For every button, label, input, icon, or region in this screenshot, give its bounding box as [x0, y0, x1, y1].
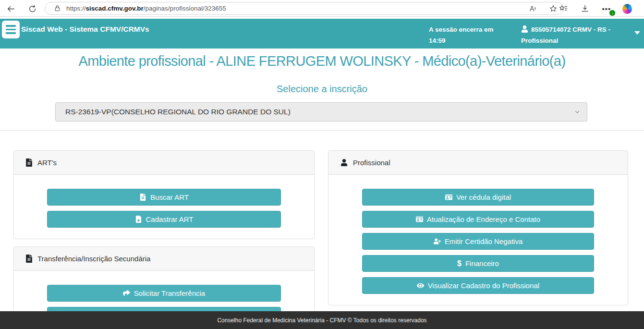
hamburger-icon	[6, 25, 16, 26]
footer: Conselho Federal de Medicina Veterinária…	[0, 311, 644, 329]
toolbar-right-icons: ••• ↑	[558, 3, 644, 14]
dollar-icon: $	[457, 259, 462, 268]
user-menu[interactable]: 85505714072 CRMV - RS - Profissional	[521, 24, 617, 46]
menu-button[interactable]	[2, 21, 20, 38]
copilot-icon	[622, 4, 632, 14]
back-icon	[6, 4, 15, 13]
panel-title: Transferência/Inscrição Secundária	[37, 255, 150, 263]
visualizar-cadastro-button[interactable]: Visualizar Cadastro do Profissional	[362, 277, 594, 294]
session-label: A sessão encerra em	[429, 24, 501, 35]
collections-button[interactable]	[558, 3, 569, 14]
favorite-button[interactable]	[548, 4, 558, 13]
app-title: Siscad Web - Sistema CFMV/CRMVs	[21, 25, 149, 34]
back-button[interactable]	[5, 3, 16, 14]
page-title: Ambiente profissional - ALINE FERRUGEM W…	[0, 53, 644, 69]
solicitar-transferencia-button[interactable]: Solicitar Transferência	[47, 285, 281, 302]
button-label: Cadastrar ART	[146, 215, 194, 223]
atualizacao-endereco-button[interactable]: Atualização de Endereço e Contato	[362, 211, 594, 228]
refresh-icon	[28, 4, 37, 13]
url-text: https://siscad.cfmv.gov.br/paginas/profi…	[66, 5, 226, 12]
id-card-icon	[445, 194, 452, 201]
eye-icon	[417, 282, 424, 289]
file-icon	[26, 255, 32, 263]
url-path: /paginas/profissional/323655	[144, 5, 226, 12]
chevron-down-icon[interactable]	[634, 31, 640, 35]
user-label: 85505714072 CRMV - RS - Profissional	[521, 26, 610, 44]
update-badge: ↑	[609, 10, 616, 16]
share-icon	[123, 290, 130, 297]
downloads-button[interactable]	[579, 3, 591, 14]
file-plus-icon	[135, 216, 142, 223]
session-timer: A sessão encerra em 14:59	[429, 24, 501, 46]
read-aloud-icon	[529, 4, 537, 13]
panel-profissional-body: Ver cédula digital Atualização de Endere…	[328, 175, 628, 305]
panel-arts-header: ART's	[14, 151, 314, 175]
browser-toolbar: https://siscad.cfmv.gov.br/paginas/profi…	[0, 0, 644, 17]
user-plus-icon	[434, 238, 441, 245]
copilot-button[interactable]	[622, 3, 634, 14]
user-icon	[521, 25, 528, 33]
refresh-button[interactable]	[27, 3, 37, 14]
panel-arts: ART's Buscar ART Cadastrar ART	[13, 150, 315, 239]
panel-profissional-header: Profissional	[328, 151, 628, 175]
app-header: Siscad Web - Sistema CFMV/CRMVs A sessão…	[0, 19, 644, 49]
select-chevron-down-icon	[574, 109, 580, 115]
favorite-star-icon	[549, 4, 558, 13]
cadastrar-art-button[interactable]: Cadastrar ART	[47, 211, 281, 228]
page-subtitle: Selecione a inscrição	[0, 84, 644, 95]
footer-text: Conselho Federal de Medicina Veterinária…	[217, 317, 426, 324]
registration-select[interactable]: RS-23619-VP(CONSELHO REGIONAL DO RIO GRA…	[55, 102, 587, 122]
emitir-certidao-negativa-button[interactable]: Emitir Certidão Negativa	[362, 233, 594, 250]
user-icon	[340, 159, 348, 166]
button-label: Emitir Certidão Negativa	[445, 237, 523, 245]
ver-cedula-digital-button[interactable]: Ver cédula digital	[362, 189, 594, 206]
id-card-icon	[416, 216, 423, 223]
button-label: Solicitar Transferência	[134, 289, 205, 297]
divider	[0, 130, 644, 131]
button-label: Ver cédula digital	[456, 193, 511, 201]
file-icon	[139, 194, 146, 201]
settings-more-button[interactable]: ••• ↑	[601, 3, 612, 14]
panel-arts-body: Buscar ART Cadastrar ART	[14, 175, 314, 239]
file-icon	[26, 158, 32, 167]
url-scheme: https://	[66, 5, 86, 12]
button-label: Visualizar Cadastro do Profissional	[428, 281, 539, 290]
panel-profissional: Profissional Ver cédula digital Atualiza…	[328, 150, 628, 305]
address-bar[interactable]: https://siscad.cfmv.gov.br/paginas/profi…	[45, 2, 563, 15]
read-aloud-button[interactable]	[528, 4, 538, 13]
button-label: Financeiro	[465, 259, 499, 268]
panel-transferencia-header: Transferência/Inscrição Secundária	[14, 247, 314, 271]
panel-title: ART's	[37, 158, 57, 167]
financeiro-button[interactable]: $ Financeiro	[362, 255, 594, 272]
session-time: 14:59	[429, 35, 501, 46]
button-label: Buscar ART	[150, 193, 189, 201]
url-domain: siscad.cfmv.gov.br	[86, 5, 144, 12]
panel-title: Profissional	[353, 158, 390, 167]
buscar-art-button[interactable]: Buscar ART	[47, 189, 281, 206]
registration-selected-value: RS-23619-VP(CONSELHO REGIONAL DO RIO GRA…	[65, 108, 291, 116]
download-icon	[580, 4, 590, 13]
button-label: Atualização de Endereço e Contato	[427, 215, 540, 223]
collections-icon	[559, 4, 568, 13]
lock-icon	[54, 5, 61, 12]
screen: https://siscad.cfmv.gov.br/paginas/profi…	[0, 0, 644, 329]
